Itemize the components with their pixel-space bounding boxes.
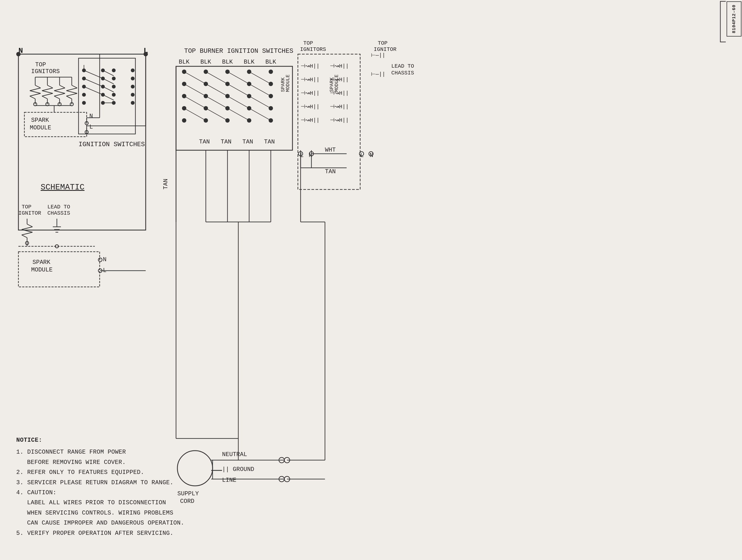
svg-point-67 — [131, 101, 135, 105]
svg-line-25 — [72, 85, 77, 88]
notice-item-1: 1. DISCONNECT RANGE FROM POWER — [16, 447, 184, 457]
svg-text:TAN: TAN — [162, 179, 169, 189]
svg-text:⊣↝H||: ⊣↝H|| — [330, 117, 349, 123]
svg-point-64 — [112, 93, 116, 97]
svg-line-138 — [249, 72, 271, 84]
svg-line-136 — [206, 72, 227, 84]
notice-item-4b: WHEN SERVICING CONTROLS. WIRING PROBLEMS — [27, 508, 184, 518]
svg-line-27 — [66, 91, 77, 93]
svg-text:⊣↝H||: ⊣↝H|| — [301, 76, 320, 83]
svg-line-26 — [66, 88, 77, 91]
svg-line-13 — [42, 96, 47, 99]
svg-text:⊣↝H||: ⊣↝H|| — [330, 104, 349, 110]
svg-text:MODULE: MODULE — [285, 74, 290, 92]
svg-point-56 — [82, 101, 86, 105]
svg-text:LEAD TO: LEAD TO — [391, 63, 414, 69]
svg-point-52 — [82, 85, 86, 89]
svg-text:TAN: TAN — [264, 138, 275, 145]
svg-text:⊣↝H||: ⊣↝H|| — [301, 104, 320, 110]
svg-text:LINE: LINE — [222, 477, 236, 484]
svg-text:IGNITORS: IGNITORS — [300, 46, 326, 53]
svg-text:⊣↝H||: ⊣↝H|| — [330, 76, 349, 83]
svg-line-17 — [60, 85, 65, 88]
top-burner-label: TOP BURNER IGNITION SWITCHES — [184, 47, 293, 55]
svg-line-150 — [249, 108, 271, 120]
svg-line-3 — [30, 91, 41, 93]
svg-text:TAN: TAN — [243, 138, 253, 145]
svg-text:SPARK: SPARK — [280, 77, 286, 92]
svg-line-144 — [206, 96, 227, 108]
svg-line-78 — [27, 224, 33, 227]
svg-text:BLK: BLK — [265, 59, 276, 65]
svg-text:N: N — [89, 113, 93, 120]
svg-text:WHT: WHT — [325, 147, 336, 154]
svg-text:BLK: BLK — [200, 59, 211, 65]
svg-text:BLK: BLK — [244, 59, 255, 65]
svg-text:NEUTRAL: NEUTRAL — [222, 451, 247, 458]
svg-line-9 — [47, 85, 53, 88]
svg-line-1 — [35, 85, 41, 88]
svg-text:N: N — [103, 256, 106, 263]
svg-point-54 — [82, 93, 86, 97]
svg-point-62 — [112, 85, 116, 89]
svg-line-11 — [42, 91, 53, 93]
border-label-text: 8104P12-60 — [732, 5, 737, 33]
svg-line-4 — [30, 93, 41, 96]
svg-line-47 — [84, 87, 103, 95]
svg-text:LEAD TO: LEAD TO — [47, 204, 70, 210]
svg-text:⊣↝H||: ⊣↝H|| — [301, 63, 320, 69]
notice-item-4: 4. CAUTION: — [16, 488, 184, 498]
svg-text:CHASSIS: CHASSIS — [391, 70, 414, 76]
notice-item-1b: BEFORE REMOVING WIRE COVER. — [27, 457, 184, 467]
svg-line-143 — [184, 96, 206, 108]
svg-point-60 — [112, 76, 116, 80]
svg-line-82 — [22, 235, 27, 238]
svg-line-45 — [84, 70, 103, 78]
notice-title: NOTICE: — [16, 436, 184, 445]
svg-text:IGNITOR: IGNITOR — [18, 210, 41, 216]
notice-section: NOTICE: 1. DISCONNECT RANGE FROM POWER B… — [16, 436, 184, 538]
svg-rect-43 — [78, 58, 136, 134]
svg-line-145 — [227, 96, 249, 108]
svg-text:BLK: BLK — [222, 59, 233, 65]
svg-line-79 — [22, 227, 33, 229]
spark-module2-box-left — [18, 252, 100, 287]
svg-line-81 — [22, 232, 33, 235]
svg-text:MODULE: MODULE — [30, 124, 51, 131]
svg-line-135 — [184, 72, 206, 84]
svg-point-58 — [112, 68, 116, 72]
svg-text:BLK: BLK — [179, 59, 190, 65]
svg-text:SPARK: SPARK — [31, 117, 49, 124]
svg-point-50 — [82, 76, 86, 80]
svg-line-10 — [42, 88, 53, 91]
svg-text:⊣↝H||: ⊣↝H|| — [301, 117, 320, 123]
svg-line-142 — [249, 84, 271, 96]
svg-text:||  GROUND: || GROUND — [222, 466, 254, 473]
svg-line-12 — [42, 93, 53, 96]
svg-line-141 — [227, 84, 249, 96]
top-ignitors-label-left: TOP — [35, 61, 46, 68]
notice-item-4c: CAN CAUSE IMPROPER AND DANGEROUS OPERATI… — [27, 518, 184, 528]
ignition-switches-label: IGNITION SWITCHES — [78, 141, 145, 148]
svg-text:CHASSIS: CHASSIS — [47, 210, 70, 216]
notice-item-2: 2. REFER ONLY TO FEATURES EQUIPPED. — [16, 467, 184, 478]
svg-text:⊣↝H||: ⊣↝H|| — [330, 90, 349, 96]
svg-line-20 — [54, 93, 65, 96]
svg-rect-222 — [720, 1, 726, 42]
svg-text:⊢—||: ⊢—|| — [371, 71, 385, 77]
svg-line-137 — [227, 72, 249, 84]
svg-text:L: L — [89, 124, 93, 130]
border-label-box: 8104P12-60 — [727, 1, 741, 37]
svg-point-48 — [82, 68, 86, 72]
svg-text:⊢—||: ⊢—|| — [371, 52, 385, 58]
notice-item-4a: LABEL ALL WIRES PRIOR TO DISCONNECTION — [27, 498, 184, 508]
svg-text:SPARK: SPARK — [33, 259, 51, 266]
svg-point-65 — [131, 93, 135, 97]
svg-line-29 — [66, 96, 72, 99]
svg-line-18 — [54, 88, 65, 91]
svg-line-21 — [54, 96, 60, 99]
svg-point-63 — [131, 85, 135, 89]
svg-point-114 — [269, 69, 273, 74]
schematic-label: SCHEMATIC — [41, 183, 85, 192]
svg-text:TAN: TAN — [221, 138, 231, 145]
